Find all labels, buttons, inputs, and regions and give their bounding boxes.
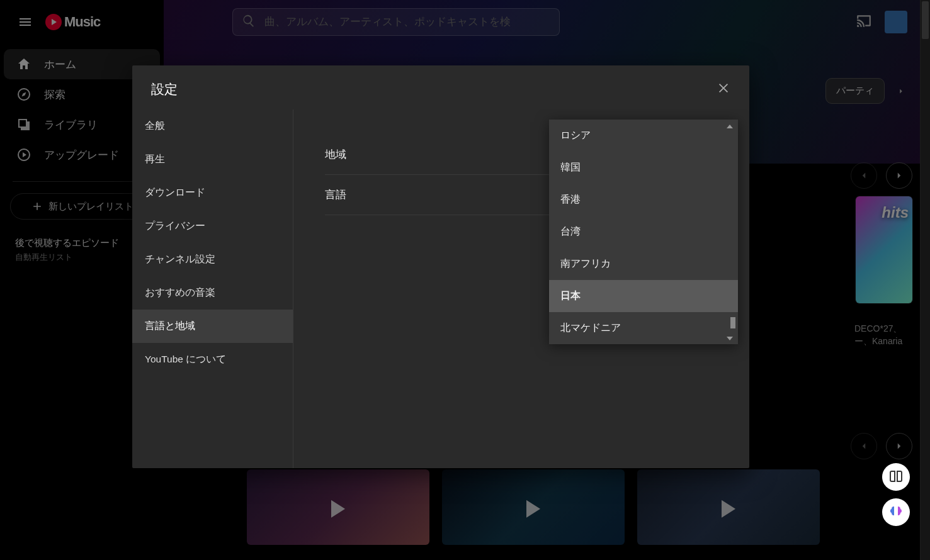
settings-panel: 地域 言語 ロシア 韓国 香港 台湾 南アフリカ 日本 北マケドニア: [293, 109, 749, 468]
tab-about[interactable]: YouTube について: [132, 343, 293, 376]
setting-label: 地域: [325, 147, 346, 162]
settings-tabs: 全般 再生 ダウンロード プライバシー チャンネル設定 おすすめの音楽 言語と地…: [132, 109, 293, 468]
dropdown-scrollbar-thumb[interactable]: [730, 317, 735, 328]
assistant-button[interactable]: [882, 498, 910, 526]
dropdown-option[interactable]: 韓国: [549, 152, 738, 184]
tab-channel[interactable]: チャンネル設定: [132, 243, 293, 276]
dropdown-option[interactable]: 香港: [549, 184, 738, 216]
tab-music-recs[interactable]: おすすめの音楽: [132, 276, 293, 310]
dropdown-option[interactable]: 北マケドニア: [549, 312, 738, 344]
dropdown-option-selected[interactable]: 日本: [549, 280, 738, 312]
dropdown-option[interactable]: 台湾: [549, 216, 738, 248]
chevron-up-icon[interactable]: [727, 125, 733, 128]
dropdown-option[interactable]: 南アフリカ: [549, 248, 738, 280]
settings-modal: 設定 全般 再生 ダウンロード プライバシー チャンネル設定 おすすめの音楽 言…: [132, 65, 749, 468]
close-icon[interactable]: [717, 81, 730, 98]
chevron-down-icon[interactable]: [727, 337, 733, 340]
tab-privacy[interactable]: プライバシー: [132, 210, 293, 243]
region-dropdown[interactable]: ロシア 韓国 香港 台湾 南アフリカ 日本 北マケドニア: [549, 120, 738, 344]
tab-downloads[interactable]: ダウンロード: [132, 176, 293, 210]
tab-general[interactable]: 全般: [132, 109, 293, 143]
modal-title: 設定: [151, 81, 178, 98]
dropdown-option[interactable]: ロシア: [549, 120, 738, 152]
setting-label: 言語: [325, 188, 346, 202]
reader-button[interactable]: [882, 463, 910, 491]
tab-language-region[interactable]: 言語と地域: [132, 310, 293, 343]
tab-playback[interactable]: 再生: [132, 143, 293, 176]
